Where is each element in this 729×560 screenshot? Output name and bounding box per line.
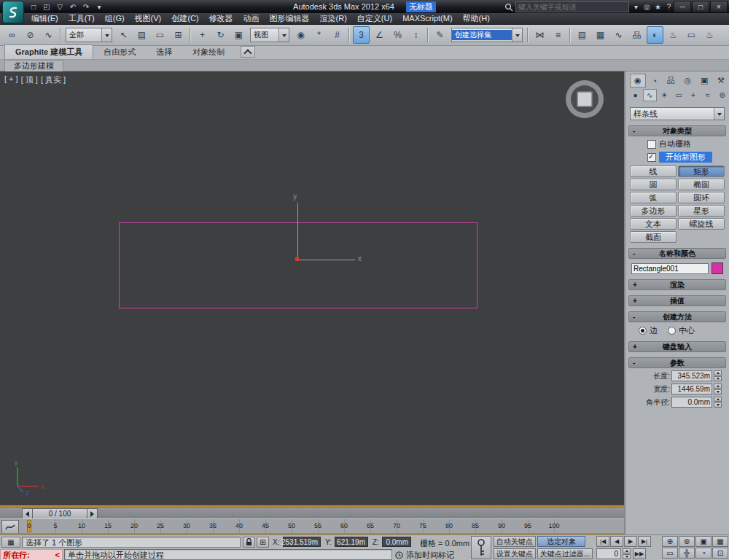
tab-polygon-modeling[interactable]: 多边形建模 bbox=[4, 60, 63, 71]
rollout-name-and-color[interactable]: - 名称和颜色 bbox=[628, 248, 726, 259]
object-type-螺旋线-button[interactable]: 螺旋线 bbox=[678, 218, 725, 230]
viewport-menu-view[interactable]: [ 顶 ] bbox=[21, 74, 38, 85]
spinner-up-icon[interactable] bbox=[714, 397, 722, 402]
set-key-mode-button[interactable]: 设置关键点 bbox=[494, 548, 536, 559]
tab-hierarchy[interactable]: 品 bbox=[663, 74, 679, 88]
listener-scroll-arrow[interactable]: < bbox=[55, 551, 60, 559]
menu-自定义(U)[interactable]: 自定义(U) bbox=[352, 13, 397, 24]
help-icon[interactable]: ? bbox=[664, 3, 674, 11]
object-color-swatch[interactable] bbox=[712, 262, 723, 274]
menu-渲染(R)[interactable]: 渲染(R) bbox=[315, 13, 352, 24]
application-menu-button[interactable] bbox=[2, 1, 24, 23]
subtab-lights[interactable]: ☀ bbox=[658, 89, 671, 101]
object-type-圆-button[interactable]: 圆 bbox=[630, 179, 677, 190]
rollout-rendering[interactable]: + 渲染 bbox=[628, 279, 726, 290]
creation-method-edge-radio[interactable] bbox=[639, 327, 647, 335]
x-coordinate-field[interactable]: 2531.519m bbox=[283, 537, 321, 547]
rollout-keyboard-entry[interactable]: + 键盘输入 bbox=[628, 341, 726, 352]
auto-key-button[interactable]: 自动关键点 bbox=[494, 536, 536, 547]
tab-utilities[interactable]: ⚒ bbox=[713, 74, 729, 88]
ribbon-tab-自由形式[interactable]: 自由形式 bbox=[93, 45, 146, 59]
favorites-star-icon[interactable]: ★ bbox=[653, 3, 663, 11]
rollout-parameters[interactable]: - 参数 bbox=[628, 357, 726, 368]
length-input[interactable]: 345.523m bbox=[671, 370, 712, 381]
subtab-systems[interactable]: ⊛ bbox=[715, 89, 729, 101]
corner-radius-input[interactable]: 0.0mm bbox=[671, 397, 712, 408]
z-coordinate-field[interactable]: 0.0mm bbox=[382, 537, 411, 547]
menu-工具(T)[interactable]: 工具(T) bbox=[63, 13, 100, 24]
spinner-up-icon[interactable] bbox=[623, 548, 631, 553]
pan-icon[interactable]: ╬ bbox=[679, 548, 695, 559]
absolute-offset-mode-toggle[interactable]: ⊞ bbox=[257, 537, 269, 548]
set-key-big-button[interactable] bbox=[471, 536, 491, 559]
menu-帮助(H)[interactable]: 帮助(H) bbox=[458, 13, 495, 24]
menu-视图(V)[interactable]: 视图(V) bbox=[130, 13, 167, 24]
maximize-viewport-toggle-icon[interactable]: ⊡ bbox=[712, 548, 728, 559]
subtab-shapes[interactable]: ∿ bbox=[643, 89, 657, 101]
length-spinner[interactable] bbox=[714, 370, 722, 381]
start-new-shape-checkbox[interactable] bbox=[647, 153, 656, 162]
close-button[interactable]: × bbox=[710, 1, 728, 12]
maxscript-mini-listener-button[interactable]: ▦ bbox=[1, 537, 20, 548]
ribbon-tab-选择[interactable]: 选择 bbox=[146, 45, 182, 59]
corner-radius-spinner[interactable] bbox=[714, 397, 722, 408]
creation-method-center-radio[interactable] bbox=[668, 327, 676, 335]
tab-motion[interactable]: ◎ bbox=[679, 74, 695, 88]
redo-icon[interactable]: ↷ bbox=[80, 1, 92, 12]
rollout-interpolation[interactable]: + 插值 bbox=[628, 295, 726, 306]
zoom-extents-all-icon[interactable]: ▦ bbox=[712, 536, 728, 547]
width-input[interactable]: 1446.59m bbox=[671, 384, 712, 394]
subtab-space-warps[interactable]: ≈ bbox=[701, 89, 714, 101]
save-file-icon[interactable]: ▽ bbox=[54, 1, 66, 12]
spinner-up-icon[interactable] bbox=[714, 370, 722, 376]
zoom-extents-icon[interactable]: ▣ bbox=[695, 536, 712, 547]
play-button[interactable]: ▶ bbox=[624, 536, 637, 547]
tab-display[interactable]: ▣ bbox=[696, 74, 712, 88]
spinner-down-icon[interactable] bbox=[714, 402, 722, 408]
previous-frame-button[interactable]: ◀ bbox=[610, 536, 623, 547]
spinner-down-icon[interactable] bbox=[714, 389, 722, 394]
time-slider-handle[interactable]: 0 / 100 bbox=[32, 508, 87, 519]
zoom-region-icon[interactable]: ▭ bbox=[662, 548, 678, 559]
key-selection-dropdown[interactable]: 选定对象 bbox=[537, 536, 585, 547]
spinner-down-icon[interactable] bbox=[714, 376, 722, 381]
object-type-矩形-button[interactable]: 矩形 bbox=[678, 166, 725, 177]
subtab-cameras[interactable]: ▭ bbox=[672, 89, 686, 101]
view-cube-top-face[interactable] bbox=[577, 92, 593, 107]
zoom-icon[interactable]: ⊕ bbox=[662, 536, 678, 547]
selection-lock-toggle[interactable] bbox=[243, 537, 255, 548]
open-mini-curve-editor-button[interactable] bbox=[1, 520, 19, 534]
ribbon-collapse-button[interactable] bbox=[241, 46, 255, 58]
frame-spinner[interactable] bbox=[623, 548, 631, 559]
time-slider[interactable]: 0 / 100 bbox=[0, 507, 624, 518]
width-spinner[interactable] bbox=[714, 384, 722, 394]
menu-编辑(E)[interactable]: 编辑(E) bbox=[26, 13, 63, 24]
view-cube[interactable] bbox=[566, 80, 604, 118]
time-slider-next-button[interactable] bbox=[87, 508, 98, 519]
zoom-all-icon[interactable]: ⊛ bbox=[679, 536, 695, 547]
viewport-top[interactable]: [ + ] [ 顶 ] [ 真实 ] y x x y z bbox=[0, 71, 624, 507]
ribbon-tab-Graphite 建模工具[interactable]: Graphite 建模工具 bbox=[4, 44, 93, 59]
new-scene-icon[interactable]: □ bbox=[28, 1, 39, 12]
menu-组(G)[interactable]: 组(G) bbox=[100, 13, 130, 24]
next-frame-button[interactable]: ▶| bbox=[638, 536, 651, 547]
object-type-文本-button[interactable]: 文本 bbox=[630, 218, 677, 230]
time-slider-previous-button[interactable] bbox=[22, 508, 33, 519]
menu-创建(C)[interactable]: 创建(C) bbox=[166, 13, 203, 24]
open-file-icon[interactable]: ◰ bbox=[41, 1, 52, 12]
tab-modify[interactable]: ◔ bbox=[647, 74, 663, 88]
maximize-button[interactable]: □ bbox=[692, 1, 709, 12]
subtab-helpers[interactable]: + bbox=[686, 89, 700, 101]
go-to-start-button[interactable]: |◀ bbox=[596, 536, 609, 547]
search-input[interactable] bbox=[515, 1, 629, 12]
viewport-menu-plus[interactable]: [ + ] bbox=[4, 74, 18, 85]
object-name-input[interactable] bbox=[631, 263, 709, 274]
go-to-end-button[interactable]: ▶▶ bbox=[633, 548, 646, 559]
object-type-截面-button[interactable]: 截面 bbox=[630, 231, 677, 243]
viewport-menu-shading[interactable]: [ 真实 ] bbox=[41, 74, 66, 85]
menu-动画[interactable]: 动画 bbox=[238, 13, 265, 24]
ribbon-tab-对象绘制[interactable]: 对象绘制 bbox=[182, 45, 235, 59]
search-history-arrow-icon[interactable]: ▾ bbox=[631, 3, 641, 11]
rollout-object-type[interactable]: - 对象类型 bbox=[628, 125, 726, 136]
tab-create[interactable]: ◉ bbox=[630, 74, 646, 88]
